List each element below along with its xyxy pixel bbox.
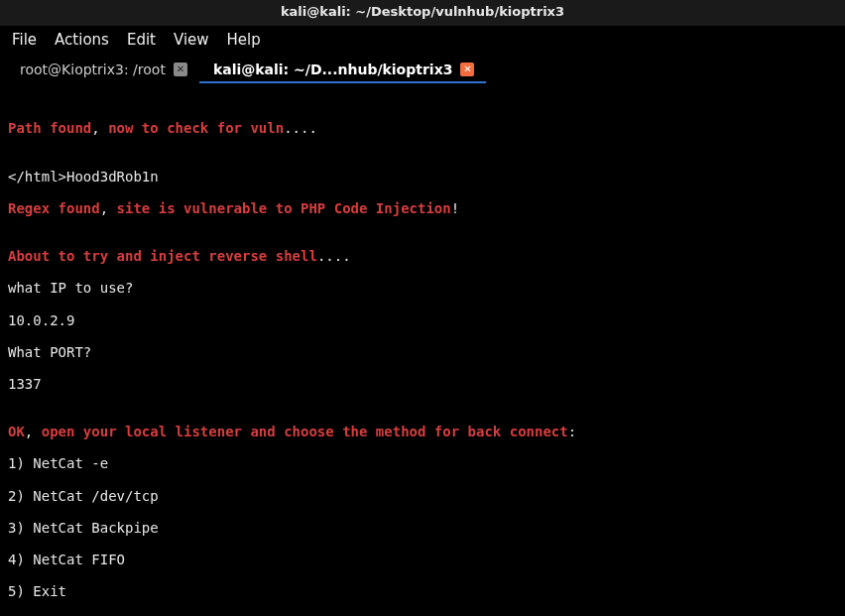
tab-label: root@Kioptrix3: /root <box>20 62 166 77</box>
terminal-line: 3) NetCat Backpipe <box>8 520 837 536</box>
tab-bar: root@Kioptrix3: /root ✕ kali@kali: ~/D..… <box>0 57 845 82</box>
terminal-output[interactable]: Path found, now to check for vuln.... </… <box>0 82 845 616</box>
menu-bar: File Actions Edit View Help <box>0 26 845 57</box>
menu-actions[interactable]: Actions <box>55 32 109 49</box>
terminal-line: 2) NetCat /dev/tcp <box>8 488 837 504</box>
menu-edit[interactable]: Edit <box>127 32 156 49</box>
tab-root-kioptrix[interactable]: root@Kioptrix3: /root ✕ <box>6 57 199 82</box>
menu-file[interactable]: File <box>12 32 37 49</box>
terminal-line: OK, open your local listener and choose … <box>8 424 837 439</box>
close-icon[interactable]: ✕ <box>460 62 474 76</box>
terminal-line: 1) NetCat -e <box>8 455 837 471</box>
terminal-line: Regex found, site is vulnerable to PHP C… <box>8 200 837 216</box>
terminal-line: About to try and inject reverse shell...… <box>8 248 837 264</box>
window-title: kali@kali: ~/Desktop/vulnhub/kioptrix3 <box>0 0 845 26</box>
terminal-line: </html>Hood3dRob1n <box>8 169 837 185</box>
terminal-line: 10.0.2.9 <box>8 312 837 328</box>
menu-view[interactable]: View <box>174 32 209 49</box>
terminal-line: what IP to use? <box>8 280 837 296</box>
terminal-line: What PORT? <box>8 344 837 360</box>
terminal-line: 4) NetCat FIFO <box>8 552 837 567</box>
terminal-line: Path found, now to check for vuln.... <box>8 120 837 136</box>
tab-label: kali@kali: ~/D...nhub/kioptrix3 <box>213 62 453 77</box>
menu-help[interactable]: Help <box>227 32 261 49</box>
terminal-line: 1337 <box>8 376 837 392</box>
window-title-text: kali@kali: ~/Desktop/vulnhub/kioptrix3 <box>281 4 564 19</box>
close-icon[interactable]: ✕ <box>174 62 187 76</box>
tab-kali-kioptrix[interactable]: kali@kali: ~/D...nhub/kioptrix3 ✕ <box>199 57 487 82</box>
terminal-line: 5) Exit <box>8 583 837 599</box>
